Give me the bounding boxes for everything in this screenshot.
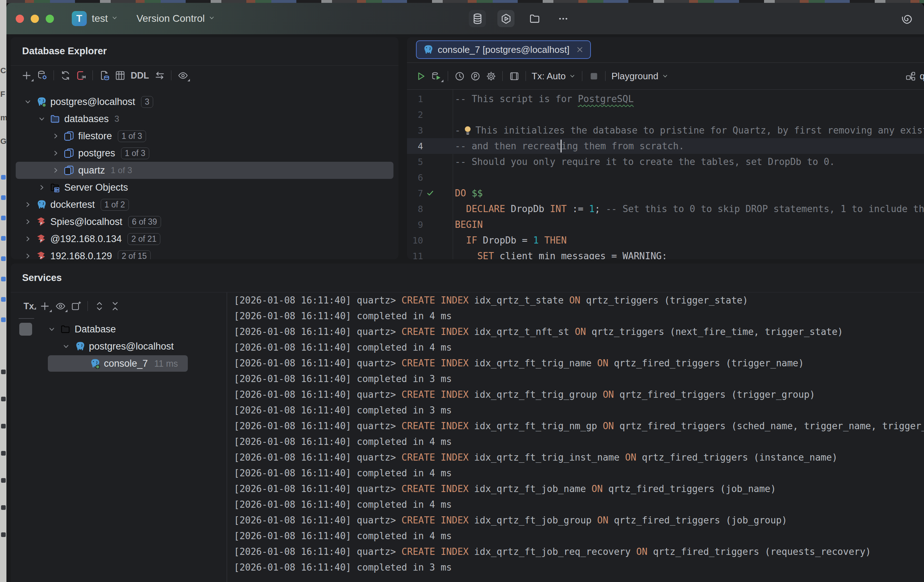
chevron-right-icon[interactable]: [23, 251, 33, 259]
tx-filter-text: Tx: [23, 301, 34, 311]
query-history-button[interactable]: [452, 68, 467, 84]
line-number: 7: [407, 188, 423, 198]
database-explorer-toolbar: DDL: [11, 66, 398, 84]
tree-row-postgres-localhost[interactable]: postgres@localhost3: [16, 93, 393, 110]
schema-switcher[interactable]: q: [905, 63, 924, 89]
node-label: databases: [64, 114, 109, 125]
console-output-log[interactable]: [2026-01-08 16:11:40] quartz> CREATE IND…: [234, 292, 924, 582]
tab-console-7[interactable]: console_7 [postgres@localhost]: [416, 40, 591, 59]
titlebar: T test Version Control: [7, 3, 924, 34]
folder-button[interactable]: [526, 10, 543, 27]
tree-row-postgres[interactable]: postgres1 of 3: [16, 145, 393, 162]
services-row-database[interactable]: Database: [11, 321, 225, 338]
log-text: [2026-01-08 16:11:40] quartz>: [234, 389, 402, 400]
code-line-5[interactable]: 5-- Should you only require it to create…: [407, 154, 924, 170]
project-switcher[interactable]: test: [92, 13, 119, 24]
services-splitter[interactable]: [227, 292, 227, 582]
chevron-down-icon: [568, 72, 576, 80]
ellipsis-button[interactable]: [554, 10, 572, 27]
code-editor[interactable]: 1-- This script is for PostgreSQL23-This…: [407, 90, 924, 259]
ddl-button[interactable]: DDL: [128, 70, 152, 81]
minimize-window-button[interactable]: [31, 15, 39, 23]
chevron-down-icon[interactable]: [37, 114, 47, 124]
code-token: :=: [567, 203, 589, 214]
chevron-right-icon[interactable]: [51, 166, 61, 175]
code-line-3[interactable]: 3-This initializes the database to prist…: [407, 122, 924, 138]
services-row-postgres-localhost[interactable]: postgres@localhost: [11, 338, 225, 355]
services-panel: Services Tx Databasepostgres@localhostco…: [11, 264, 924, 582]
node-label: filestore: [78, 131, 112, 142]
execute-in-console-button[interactable]: [429, 68, 444, 84]
view-options-button[interactable]: [53, 298, 68, 314]
code-line-8[interactable]: 8 DECLARE DropDb INT := 1; -- Set this t…: [407, 201, 924, 217]
line-number: 11: [407, 251, 423, 260]
sql-keyword: ON: [592, 483, 603, 494]
code-line-1[interactable]: 1-- This script is for PostgreSQL: [407, 91, 924, 107]
tree-row-filestore[interactable]: filestore1 of 3: [16, 127, 393, 145]
chevron-right-icon[interactable]: [23, 200, 33, 209]
disconnect-button[interactable]: [73, 68, 89, 83]
services-row-console-7[interactable]: console_711 ms: [11, 355, 225, 372]
database-cylinder-button[interactable]: [469, 10, 486, 27]
table-view-button[interactable]: [112, 68, 128, 83]
code-line-10[interactable]: 10 IF DropDb = 1 THEN: [407, 232, 924, 248]
data-source-properties-button[interactable]: [34, 68, 50, 83]
code-line-11[interactable]: 11 SET client_min_messages = WARNING;: [407, 248, 924, 259]
tree-row-192-168-0-134[interactable]: @192.168.0.1342 of 21: [16, 230, 393, 247]
chevron-right-icon[interactable]: [23, 234, 33, 244]
code-line-2[interactable]: 2: [407, 107, 924, 122]
settings-button[interactable]: [483, 68, 499, 84]
view-parameters-button[interactable]: [467, 68, 483, 84]
tx-mode-button[interactable]: Tx: Auto: [530, 71, 578, 82]
tree-row-dockertest[interactable]: dockertest1 of 2: [16, 196, 393, 213]
tx-filter-button[interactable]: Tx: [21, 301, 37, 312]
tree-row-192-168-0-129[interactable]: 192.168.0.1292 of 15: [16, 247, 393, 259]
chevron-right-icon[interactable]: [51, 131, 61, 141]
chevron-right-icon[interactable]: [51, 148, 61, 158]
log-line-1: [2026-01-08 16:11:40] quartz> CREATE IND…: [234, 292, 924, 308]
collapse-all-button[interactable]: [107, 298, 123, 314]
close-window-button[interactable]: [16, 15, 24, 23]
node-label: Spies@localhost: [50, 216, 122, 228]
code-token: THEN: [544, 235, 567, 246]
code-line-4[interactable]: 4-- and then recreating them from scratc…: [407, 138, 924, 154]
sql-keyword: CREATE INDEX: [402, 389, 469, 400]
chevron-right-icon[interactable]: [23, 217, 33, 226]
open-in-new-tab-button[interactable]: [68, 298, 84, 314]
compare-button[interactable]: [152, 68, 167, 83]
execute-button[interactable]: [413, 68, 429, 84]
tree-row-server-objects[interactable]: Server Objects: [16, 179, 393, 196]
chevron-down-icon[interactable]: [47, 325, 57, 334]
view-options-button[interactable]: [175, 68, 191, 83]
database-explorer-panel: Database Explorer DDL postgres@localhost…: [11, 37, 398, 259]
chevron-right-icon[interactable]: [37, 183, 47, 192]
code-line-9[interactable]: 9BEGIN: [407, 217, 924, 232]
code-line-6[interactable]: 6: [407, 170, 924, 185]
expand-all-button[interactable]: [91, 298, 107, 314]
add-service-button[interactable]: [37, 298, 53, 314]
zoom-window-button[interactable]: [46, 15, 54, 23]
schema-label: q: [920, 71, 924, 82]
ddl-data-source-button[interactable]: [96, 68, 112, 83]
new-item-button[interactable]: [18, 68, 34, 83]
version-control-menu[interactable]: Version Control: [136, 13, 215, 24]
code-line-7[interactable]: 7DO $$: [407, 185, 924, 201]
refresh-button[interactable]: [58, 68, 73, 83]
chevron-down-icon[interactable]: [61, 342, 71, 351]
sql-keyword: CREATE INDEX: [402, 452, 469, 463]
tree-row-databases[interactable]: databases3: [16, 110, 393, 127]
log-text: [2026-01-08 16:11:40] completed in 3 ms: [234, 373, 452, 384]
tree-row-quartz[interactable]: quartz1 of 3: [16, 162, 393, 179]
code-token: -- This script is for: [455, 94, 578, 104]
ide-window: T test Version Control Database Explorer…: [7, 3, 924, 582]
chevron-down-icon[interactable]: [23, 97, 33, 106]
close-tab-icon[interactable]: [575, 45, 584, 54]
stop-button[interactable]: [586, 68, 602, 84]
background-text-fragment: Co: [0, 66, 7, 75]
in-editor-results-button[interactable]: [506, 68, 522, 84]
console-mode-button[interactable]: Playground: [609, 71, 671, 82]
project-avatar[interactable]: T: [72, 11, 87, 26]
run-hexagon-button[interactable]: [497, 10, 515, 27]
tree-row-spies-localhost[interactable]: Spies@localhost6 of 39: [16, 213, 393, 230]
ai-assistant-button[interactable]: [901, 3, 913, 34]
